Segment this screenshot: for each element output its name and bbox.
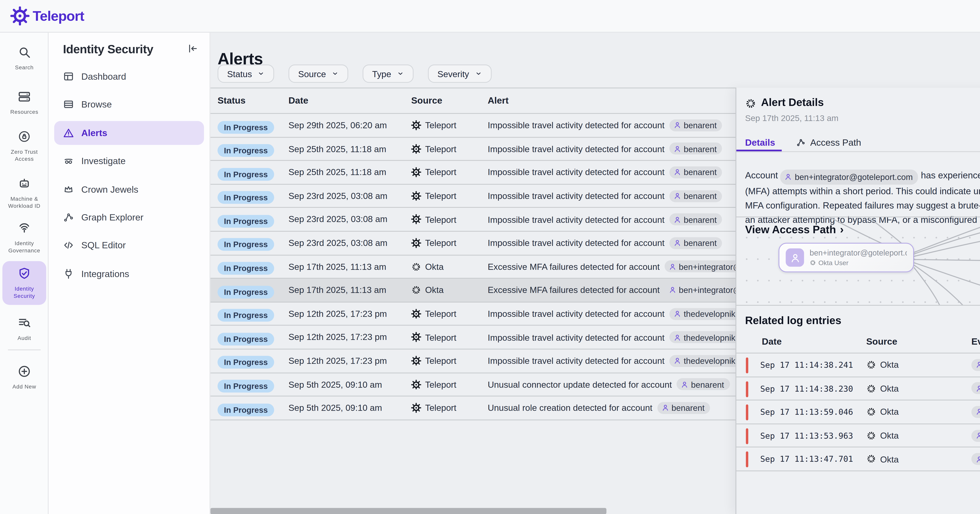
account-name: benarent	[684, 238, 717, 248]
log-row[interactable]: Sep 17 11:13:59.046Oktaben+integrator@go…	[737, 401, 980, 424]
rail-item-zero-trust-access[interactable]: Zero Trust Access	[2, 130, 46, 163]
column-header-alert: Alert	[488, 88, 509, 112]
rail-item-resources[interactable]: Resources	[2, 90, 46, 116]
rail-item-audit[interactable]: Audit	[2, 316, 46, 342]
account-chip[interactable]: benarent	[669, 119, 722, 131]
graph-node-okta-user[interactable]: ben+integrator@goteleport.c... Okta User	[778, 243, 914, 272]
account-name: thedevelopnik	[684, 333, 735, 342]
account-name: benarent	[684, 168, 717, 177]
alert-text: Impossible travel activity detected for …	[488, 356, 665, 366]
filter-label: Source	[298, 69, 326, 79]
rail-divider	[8, 349, 41, 350]
filter-severity[interactable]: Severity	[428, 64, 492, 83]
alert-text: Impossible travel activity detected for …	[488, 168, 665, 177]
account-chip[interactable]: ben+integrator@goteleport.com	[971, 406, 980, 418]
sidebar-item-browse[interactable]: Browse	[54, 93, 204, 116]
account-chip[interactable]: benarent	[669, 167, 722, 178]
status-cell: In Progress	[218, 284, 274, 298]
collapse-sidebar-icon[interactable]	[187, 43, 198, 54]
account-name: benarent	[684, 144, 717, 154]
okta-icon	[866, 360, 876, 370]
chevron-down-icon	[475, 70, 482, 77]
source-label: Teleport	[425, 333, 456, 342]
sidebar-item-integrations[interactable]: Integrations	[54, 262, 204, 286]
account-chip[interactable]: thedevelopnik	[669, 308, 741, 320]
log-event: ben+integrator@goteleport.comlogged into…	[971, 354, 980, 376]
rail-item-search[interactable]: Search	[2, 45, 46, 72]
account-chip[interactable]: benarent	[676, 379, 730, 390]
alert-text: Impossible travel activity detected for …	[488, 238, 665, 248]
teleport-gear-icon	[411, 332, 421, 342]
person-icon	[673, 357, 681, 365]
account-chip[interactable]: benarent	[669, 237, 722, 249]
sidebar-item-alerts[interactable]: Alerts	[54, 121, 204, 145]
filter-status[interactable]: Status	[218, 64, 274, 83]
status-cell: In Progress	[218, 119, 274, 133]
account-chip[interactable]: thedevelopnik	[669, 331, 741, 343]
sidebar-item-label: SQL Editor	[81, 241, 126, 250]
account-chip[interactable]: ben+integrator@goteleport.com	[971, 382, 980, 394]
chevron-right-icon: ›	[840, 223, 844, 236]
identity-security-sidebar: Identity Security DashboardBrowseAlertsI…	[49, 33, 210, 514]
account-chip[interactable]: ben+integrator@goteleport.com	[971, 453, 980, 465]
rail-item-label: Machine & Workload ID	[2, 196, 46, 210]
log-source-label: Okta	[880, 360, 899, 370]
person-icon	[975, 408, 980, 416]
source-label: Teleport	[425, 238, 456, 248]
alert-text: Impossible travel activity detected for …	[488, 191, 665, 201]
sidebar-item-graph-explorer[interactable]: Graph Explorer	[54, 205, 204, 229]
alert-text: Impossible travel activity detected for …	[488, 214, 665, 224]
source-label: Okta	[425, 262, 444, 271]
status-cell: In Progress	[218, 307, 274, 321]
source-cell: Okta	[411, 255, 444, 278]
rail-item-identity-governance[interactable]: Identity Governance	[2, 221, 46, 255]
status-badge: In Progress	[218, 262, 274, 275]
account-chip[interactable]: ben+integrator@goteleport.com	[971, 359, 980, 371]
person-icon	[673, 239, 681, 247]
rail-item-identity-security[interactable]: Identity Security	[2, 261, 46, 305]
log-row[interactable]: Sep 17 11:13:47.701Oktaben+integrator@go…	[737, 447, 980, 471]
column-header-status: Status	[218, 88, 246, 112]
account-chip[interactable]: ben+integrator@goteleport.com	[781, 170, 918, 185]
sidebar-item-investigate[interactable]: Investigate	[54, 149, 204, 173]
person-icon	[661, 404, 669, 412]
sidebar-item-label: Dashboard	[81, 72, 126, 81]
account-chip[interactable]: ben+integrator@goteleport.com	[971, 430, 980, 441]
rail-item-label: Add New	[2, 384, 46, 391]
date-cell: Sep 25th 2025, 11:18 am	[288, 138, 386, 161]
log-source: Okta	[866, 354, 899, 376]
horizontal-scrollbar[interactable]	[210, 508, 606, 514]
source-cell: Okta	[411, 279, 444, 301]
teleport-logo[interactable]: Teleport	[10, 6, 84, 25]
details-title: Alert Details	[761, 96, 824, 108]
account-chip[interactable]: benarent	[657, 402, 710, 414]
tab-details[interactable]: Details	[745, 138, 775, 147]
view-access-path-link[interactable]: View Access Path ›	[745, 224, 843, 236]
filter-source[interactable]: Source	[289, 64, 348, 83]
rail-item-add-new[interactable]: Add New	[2, 365, 46, 391]
sidebar-item-crown-jewels[interactable]: Crown Jewels	[54, 177, 204, 201]
log-row[interactable]: Sep 17 11:14:38.230Oktaben+integrator@go…	[737, 377, 980, 400]
sidebar-item-label: Graph Explorer	[81, 213, 143, 222]
account-chip[interactable]: benarent	[669, 213, 722, 225]
log-row[interactable]: Sep 17 11:14:38.241Oktaben+integrator@go…	[737, 354, 980, 377]
log-row[interactable]: Sep 17 11:13:53.963Oktaben+integrator@go…	[737, 424, 980, 447]
access-path-preview[interactable]: View Access Path ›	[737, 217, 980, 306]
log-source: Okta	[866, 401, 899, 424]
person-icon	[789, 252, 800, 263]
rail-item-machine-workload-id[interactable]: Machine & Workload ID	[2, 177, 46, 210]
log-event: ben+integrator@goteleport.comlogged into…	[971, 401, 980, 424]
filter-type[interactable]: Type	[363, 64, 414, 83]
teleport-gear-icon	[411, 120, 421, 130]
alert-text: Impossible travel activity detected for …	[488, 121, 665, 130]
account-chip[interactable]: benarent	[669, 143, 722, 155]
date-cell: Sep 5th 2025, 09:10 am	[288, 397, 382, 420]
rail-item-label: Zero Trust Access	[2, 149, 46, 163]
tab-access-path[interactable]: Access Path	[796, 138, 861, 147]
source-cell: Teleport	[411, 302, 456, 325]
sidebar-item-sql-editor[interactable]: SQL Editor	[54, 233, 204, 257]
account-chip[interactable]: benarent	[669, 190, 722, 202]
sidebar-item-dashboard[interactable]: Dashboard	[54, 64, 204, 88]
alert-text: Unusual connector update detected for ac…	[488, 380, 672, 389]
account-chip[interactable]: thedevelopnik	[669, 355, 741, 367]
